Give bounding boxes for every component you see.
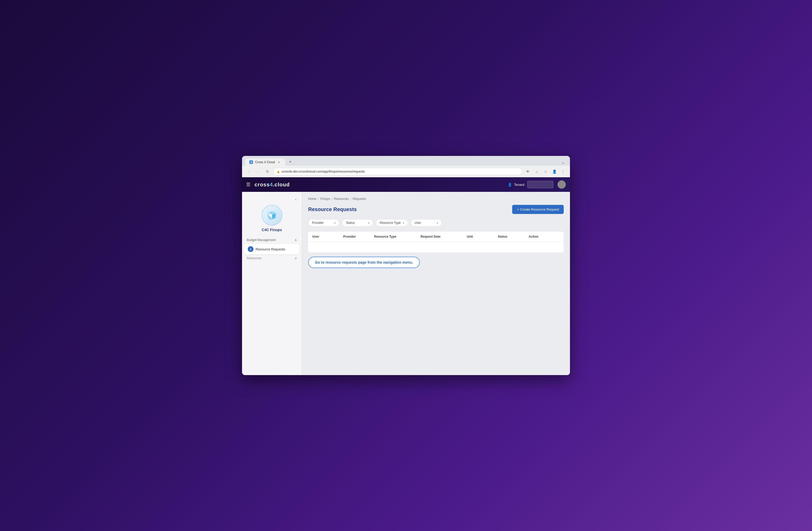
browser-toolbar: ‹ › ↻ 🔒 console.dev.cross4cloud.com/app/…: [242, 166, 570, 177]
provider-filter[interactable]: Provider ▾: [308, 219, 339, 227]
user-chevron-icon: ▾: [437, 221, 438, 224]
filters-bar: Provider ▾ Status ▾ Resource Type ▾ User…: [308, 219, 564, 227]
sidebar: ‹ 🧊 C4C Finops Budget Management ∧ 1 Res…: [242, 192, 302, 375]
back-button[interactable]: ‹: [245, 168, 252, 175]
address-bar[interactable]: 🔒 console.dev.cross4cloud.com/app/finops…: [273, 168, 522, 175]
top-nav: ☰ cross4.cloud 👤 Tenant:: [242, 177, 570, 192]
breadcrumb-sep-2: /: [331, 197, 332, 201]
browser-window: 4 Cross 4 Cloud ✕ + ⌄ ‹ › ↻ 🔒 console.de…: [242, 156, 570, 375]
resources-header[interactable]: Resources ∨: [244, 254, 300, 262]
budget-management-header[interactable]: Budget Management ∧: [244, 236, 300, 244]
col-resource-type: Resource Type: [374, 235, 421, 239]
forward-button[interactable]: ›: [255, 168, 262, 175]
app-logo: cross4.cloud: [255, 182, 290, 188]
url-text: console.dev.cross4cloud.com/app/finops/r…: [281, 170, 365, 173]
tenant-icon: 👤: [508, 183, 512, 187]
sidebar-section-budget: Budget Management ∧ 1 Resource Requests …: [242, 236, 302, 262]
resource-type-chevron-icon: ▾: [403, 221, 404, 224]
new-tab-button[interactable]: +: [286, 158, 294, 166]
breadcrumb-sep-1: /: [318, 197, 319, 201]
col-action: Action: [528, 235, 560, 239]
create-resource-request-button[interactable]: + Create Resource Request: [512, 205, 564, 214]
refresh-button[interactable]: ↻: [264, 168, 271, 175]
resources-label: Resources: [247, 256, 262, 260]
sidebar-item-resource-requests[interactable]: 1 Resource Requests: [244, 244, 300, 254]
col-unit: Unit: [467, 235, 498, 239]
breadcrumb-home[interactable]: Home: [308, 197, 317, 201]
tenant-input[interactable]: [527, 181, 553, 188]
provider-filter-label: Provider: [312, 221, 324, 225]
table-container: User Provider Resource Type Request Date…: [308, 232, 564, 253]
content-wrapper: ‹ 🧊 C4C Finops Budget Management ∧ 1 Res…: [242, 192, 570, 375]
page-title: Resource Requests: [308, 206, 357, 212]
sidebar-logo-icon: 🧊: [262, 205, 282, 226]
tab-favicon: 4: [249, 160, 253, 164]
status-filter[interactable]: Status ▾: [342, 219, 373, 227]
resource-requests-label: Resource Requests: [256, 247, 285, 251]
sidebar-section-title: C4C Finops: [262, 228, 282, 232]
resources-chevron-down-icon: ∨: [295, 256, 297, 260]
profile-button[interactable]: 👤: [551, 168, 558, 175]
status-filter-label: Status: [346, 221, 355, 225]
hamburger-button[interactable]: ☰: [246, 182, 250, 187]
lock-icon: 🔒: [277, 170, 280, 173]
tenant-area: 👤 Tenant:: [508, 181, 553, 188]
breadcrumb-resources[interactable]: Resources: [334, 197, 349, 201]
extensions-button[interactable]: 👁: [524, 168, 532, 175]
resource-type-filter-label: Resource Type: [380, 221, 401, 225]
table-empty-state: [308, 242, 564, 253]
tenant-label: Tenant:: [514, 183, 525, 187]
sidebar-collapse-button[interactable]: ‹: [294, 196, 298, 203]
step-badge: 1: [248, 246, 253, 252]
user-filter-label: User: [415, 221, 421, 225]
table-header: User Provider Resource Type Request Date…: [308, 232, 564, 242]
col-provider: Provider: [343, 235, 374, 239]
sidebar-logo-area: ‹ 🧊 C4C Finops: [242, 196, 302, 236]
tab-close-button[interactable]: ✕: [277, 160, 281, 164]
col-status: Status: [498, 235, 529, 239]
window-menu-button[interactable]: ⌄: [559, 159, 567, 166]
zoom-button[interactable]: ⌕: [533, 168, 540, 175]
col-request-date: Request Date: [421, 235, 467, 239]
bookmark-button[interactable]: ☆: [542, 168, 549, 175]
budget-management-label: Budget Management: [247, 238, 276, 242]
browser-tabs-bar: 4 Cross 4 Cloud ✕ + ⌄: [242, 156, 570, 166]
resource-type-filter[interactable]: Resource Type ▾: [376, 219, 408, 227]
breadcrumb: Home / Finops / Resources / Requests: [308, 197, 564, 201]
main-content: Home / Finops / Resources / Requests Res…: [302, 192, 570, 375]
app-container: ☰ cross4.cloud 👤 Tenant: ‹ 🧊 C4C Finops: [242, 177, 570, 375]
provider-chevron-icon: ▾: [334, 221, 335, 224]
breadcrumb-sep-3: /: [350, 197, 351, 201]
hint-text: Go to resource requests page from the na…: [315, 260, 413, 264]
col-user: User: [312, 235, 343, 239]
user-filter[interactable]: User ▾: [411, 219, 442, 227]
page-header: Resource Requests + Create Resource Requ…: [308, 205, 564, 214]
tab-title: Cross 4 Cloud: [255, 160, 275, 164]
menu-button[interactable]: ⋮: [560, 168, 567, 175]
status-chevron-icon: ▾: [368, 221, 369, 224]
browser-tab-active[interactable]: 4 Cross 4 Cloud ✕: [245, 159, 285, 166]
user-avatar[interactable]: [557, 181, 566, 189]
breadcrumb-requests: Requests: [353, 197, 366, 201]
toolbar-actions: 👁 ⌕ ☆ 👤 ⋮: [524, 168, 567, 175]
breadcrumb-finops[interactable]: Finops: [320, 197, 330, 201]
hint-box: Go to resource requests page from the na…: [308, 257, 420, 268]
budget-chevron-up-icon: ∧: [295, 238, 297, 242]
